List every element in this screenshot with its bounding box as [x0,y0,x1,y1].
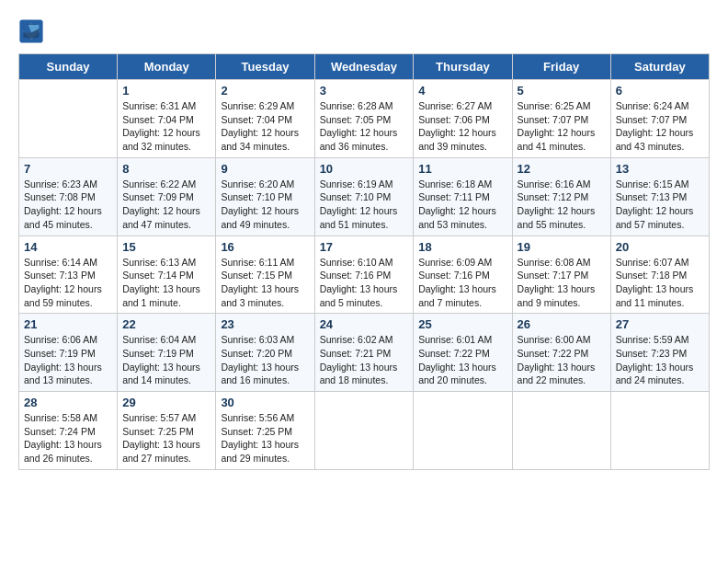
calendar-cell: 13Sunrise: 6:15 AMSunset: 7:13 PMDayligh… [610,157,709,236]
day-number: 7 [24,162,112,176]
day-number: 11 [418,162,506,176]
day-number: 26 [518,317,606,331]
day-number: 1 [122,84,210,98]
day-number: 10 [320,162,409,176]
weekday-header-sunday: Sunday [19,54,118,80]
calendar-week-2: 7Sunrise: 6:23 AMSunset: 7:08 PMDaylight… [19,157,710,236]
day-number: 30 [221,396,309,409]
day-info: Sunrise: 6:14 AMSunset: 7:13 PMDaylight:… [24,256,112,310]
day-info: Sunrise: 6:07 AMSunset: 7:18 PMDaylight:… [616,256,704,310]
day-info: Sunrise: 5:59 AMSunset: 7:23 PMDaylight:… [616,333,704,387]
day-info: Sunrise: 6:16 AMSunset: 7:12 PMDaylight:… [518,178,606,232]
calendar-cell: 28Sunrise: 5:58 AMSunset: 7:24 PMDayligh… [19,392,118,470]
calendar-week-3: 14Sunrise: 6:14 AMSunset: 7:13 PMDayligh… [19,236,710,314]
day-number: 3 [320,84,409,98]
calendar-cell: 9Sunrise: 6:20 AMSunset: 7:10 PMDaylight… [216,157,314,236]
day-info: Sunrise: 6:15 AMSunset: 7:13 PMDaylight:… [616,178,704,232]
day-number: 21 [24,317,112,331]
day-info: Sunrise: 6:25 AMSunset: 7:07 PMDaylight:… [518,99,606,154]
day-info: Sunrise: 6:11 AMSunset: 7:15 PMDaylight:… [221,256,309,310]
day-number: 13 [616,162,704,176]
calendar-cell: 4Sunrise: 6:27 AMSunset: 7:06 PMDaylight… [414,80,512,158]
day-number: 4 [418,84,506,98]
calendar-cell: 8Sunrise: 6:22 AMSunset: 7:09 PMDaylight… [118,157,216,236]
day-info: Sunrise: 6:24 AMSunset: 7:07 PMDaylight:… [616,99,704,154]
day-number: 2 [221,84,309,98]
calendar-cell: 22Sunrise: 6:04 AMSunset: 7:19 PMDayligh… [118,314,216,392]
day-number: 6 [616,84,704,98]
day-number: 27 [616,317,704,331]
day-number: 20 [616,240,704,254]
day-info: Sunrise: 6:02 AMSunset: 7:21 PMDaylight:… [320,333,409,387]
calendar-week-1: 1Sunrise: 6:31 AMSunset: 7:04 PMDaylight… [19,80,710,158]
calendar-cell: 21Sunrise: 6:06 AMSunset: 7:19 PMDayligh… [19,314,118,392]
calendar-cell: 25Sunrise: 6:01 AMSunset: 7:22 PMDayligh… [414,314,512,392]
weekday-header-monday: Monday [118,54,216,80]
day-info: Sunrise: 6:04 AMSunset: 7:19 PMDaylight:… [122,333,210,387]
calendar-cell: 27Sunrise: 5:59 AMSunset: 7:23 PMDayligh… [610,314,709,392]
day-info: Sunrise: 6:18 AMSunset: 7:11 PMDaylight:… [418,178,506,232]
calendar-cell: 24Sunrise: 6:02 AMSunset: 7:21 PMDayligh… [314,314,414,392]
day-info: Sunrise: 6:19 AMSunset: 7:10 PMDaylight:… [320,178,409,232]
calendar-cell: 6Sunrise: 6:24 AMSunset: 7:07 PMDaylight… [610,80,709,158]
calendar-body: 1Sunrise: 6:31 AMSunset: 7:04 PMDaylight… [19,80,710,470]
day-number: 24 [320,317,409,331]
calendar-cell: 30Sunrise: 5:56 AMSunset: 7:25 PMDayligh… [216,392,314,470]
logo-icon [18,18,44,44]
weekday-header-thursday: Thursday [414,54,512,80]
calendar-cell: 1Sunrise: 6:31 AMSunset: 7:04 PMDaylight… [118,80,216,158]
weekday-header-tuesday: Tuesday [216,54,314,80]
day-number: 18 [418,240,506,254]
calendar-cell: 23Sunrise: 6:03 AMSunset: 7:20 PMDayligh… [216,314,314,392]
calendar-week-4: 21Sunrise: 6:06 AMSunset: 7:19 PMDayligh… [19,314,710,392]
day-number: 29 [122,396,210,409]
calendar-cell: 10Sunrise: 6:19 AMSunset: 7:10 PMDayligh… [314,157,414,236]
day-number: 14 [24,240,112,254]
day-info: Sunrise: 5:56 AMSunset: 7:25 PMDaylight:… [221,411,309,465]
weekday-header-friday: Friday [512,54,610,80]
day-info: Sunrise: 6:31 AMSunset: 7:04 PMDaylight:… [122,99,210,154]
weekday-header-row: SundayMondayTuesdayWednesdayThursdayFrid… [19,54,710,80]
day-info: Sunrise: 6:00 AMSunset: 7:22 PMDaylight:… [518,333,606,387]
calendar-cell: 7Sunrise: 6:23 AMSunset: 7:08 PMDaylight… [19,157,118,236]
calendar-cell: 17Sunrise: 6:10 AMSunset: 7:16 PMDayligh… [314,236,414,314]
day-info: Sunrise: 6:06 AMSunset: 7:19 PMDaylight:… [24,333,112,387]
day-number: 28 [24,396,112,409]
day-info: Sunrise: 6:08 AMSunset: 7:17 PMDaylight:… [518,256,606,310]
calendar-cell: 2Sunrise: 6:29 AMSunset: 7:04 PMDaylight… [216,80,314,158]
day-info: Sunrise: 6:01 AMSunset: 7:22 PMDaylight:… [418,333,506,387]
calendar-cell: 20Sunrise: 6:07 AMSunset: 7:18 PMDayligh… [610,236,709,314]
day-info: Sunrise: 5:58 AMSunset: 7:24 PMDaylight:… [24,411,112,465]
day-number: 12 [518,162,606,176]
day-info: Sunrise: 6:23 AMSunset: 7:08 PMDaylight:… [24,178,112,232]
day-number: 5 [518,84,606,98]
calendar-week-5: 28Sunrise: 5:58 AMSunset: 7:24 PMDayligh… [19,392,710,470]
day-info: Sunrise: 6:29 AMSunset: 7:04 PMDaylight:… [221,99,309,154]
day-number: 9 [221,162,309,176]
day-info: Sunrise: 6:10 AMSunset: 7:16 PMDaylight:… [320,256,409,310]
day-info: Sunrise: 5:57 AMSunset: 7:25 PMDaylight:… [122,411,210,465]
calendar-cell [414,392,512,470]
calendar-cell: 12Sunrise: 6:16 AMSunset: 7:12 PMDayligh… [512,157,610,236]
calendar-cell: 5Sunrise: 6:25 AMSunset: 7:07 PMDaylight… [512,80,610,158]
calendar-cell: 19Sunrise: 6:08 AMSunset: 7:17 PMDayligh… [512,236,610,314]
calendar-cell: 14Sunrise: 6:14 AMSunset: 7:13 PMDayligh… [19,236,118,314]
calendar-cell [512,392,610,470]
day-number: 15 [122,240,210,254]
weekday-header-wednesday: Wednesday [314,54,414,80]
day-number: 8 [122,162,210,176]
calendar-cell [610,392,709,470]
day-number: 23 [221,317,309,331]
logo [18,18,46,44]
calendar-cell: 16Sunrise: 6:11 AMSunset: 7:15 PMDayligh… [216,236,314,314]
day-info: Sunrise: 6:27 AMSunset: 7:06 PMDaylight:… [418,99,506,154]
day-info: Sunrise: 6:13 AMSunset: 7:14 PMDaylight:… [122,256,210,310]
day-number: 16 [221,240,309,254]
calendar-cell [314,392,414,470]
day-number: 25 [418,317,506,331]
day-number: 19 [518,240,606,254]
calendar-cell: 29Sunrise: 5:57 AMSunset: 7:25 PMDayligh… [118,392,216,470]
calendar-table: SundayMondayTuesdayWednesdayThursdayFrid… [18,53,710,470]
day-info: Sunrise: 6:28 AMSunset: 7:05 PMDaylight:… [320,99,409,154]
day-info: Sunrise: 6:09 AMSunset: 7:16 PMDaylight:… [418,256,506,310]
